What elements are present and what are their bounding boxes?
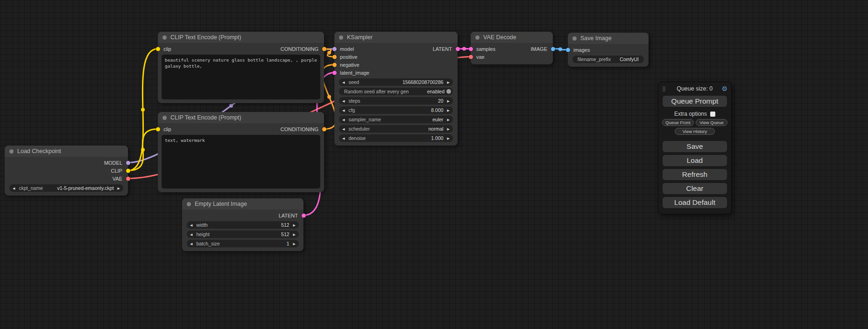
node-load-checkpoint[interactable]: Load Checkpoint MODEL CLIP VAE ◀ ckpt_na… (5, 146, 128, 196)
node-clip-text-encode-positive[interactable]: CLIP Text Encode (Prompt) clip CONDITION… (158, 32, 324, 103)
model-output-dot[interactable] (126, 161, 130, 165)
widget-name: seed (348, 79, 359, 85)
widget-seed-control[interactable]: Random seed after every gen enabled (339, 88, 453, 95)
slot-label: images (573, 47, 590, 53)
node-title-bar[interactable]: Empty Latent Image (182, 198, 303, 210)
clip-input-dot[interactable] (156, 127, 160, 131)
prompt-textarea[interactable]: beautiful scenery nature glass bottle la… (162, 55, 320, 99)
queue-prompt-button[interactable]: Queue Prompt (662, 95, 727, 107)
node-status-dot-icon (162, 116, 167, 120)
slot-row-positive: positive (334, 53, 458, 61)
drag-handle-icon[interactable]: ⣿ (662, 86, 666, 92)
vae-output-dot[interactable] (126, 176, 130, 181)
next-value-arrow-icon[interactable]: ▶ (293, 242, 296, 245)
slot-label: LATENT (433, 46, 452, 52)
widget-denoise[interactable]: ◀ denoise 1.000 ▶ (339, 134, 453, 142)
widget-name: scheduler (348, 126, 370, 132)
conditioning-output-dot[interactable] (322, 47, 326, 51)
prev-value-arrow-icon[interactable]: ◀ (342, 127, 345, 131)
next-value-arrow-icon[interactable]: ▶ (118, 187, 120, 190)
prev-value-arrow-icon[interactable]: ◀ (342, 99, 345, 103)
widget-steps[interactable]: ◀ steps 20 ▶ (339, 97, 453, 105)
prompt-textarea[interactable]: text, watermark (162, 135, 320, 189)
widget-ckpt-name[interactable]: ◀ ckpt_name v1-5-pruned-emaonly.ckpt ▶ (9, 184, 123, 192)
prev-value-arrow-icon[interactable]: ◀ (190, 224, 192, 227)
slot-label: latent_image (340, 70, 369, 76)
prev-value-arrow-icon[interactable]: ◀ (13, 187, 15, 190)
widget-value: euler (432, 117, 443, 122)
toggle-knob-icon[interactable] (446, 89, 451, 94)
negative-input-dot[interactable] (332, 63, 337, 67)
clear-button[interactable]: Clear (662, 182, 727, 195)
view-queue-button[interactable]: View Queue (696, 119, 727, 126)
widget-seed[interactable]: ◀ seed 156680208700286 ▶ (339, 78, 453, 86)
vae-input-dot[interactable] (469, 55, 473, 59)
prev-value-arrow-icon[interactable]: ◀ (190, 233, 192, 236)
widget-value: normal (429, 126, 444, 132)
prev-value-arrow-icon[interactable]: ◀ (342, 118, 345, 121)
slot-label: positive (340, 54, 357, 60)
refresh-button[interactable]: Refresh (662, 168, 727, 181)
node-title-bar[interactable]: KSampler (334, 32, 458, 43)
node-title: Empty Latent Image (195, 201, 247, 207)
queue-front-button[interactable]: Queue Front (662, 119, 694, 126)
prev-value-arrow-icon[interactable]: ◀ (342, 81, 345, 84)
next-value-arrow-icon[interactable]: ▶ (447, 118, 450, 121)
node-clip-text-encode-negative[interactable]: CLIP Text Encode (Prompt) clip CONDITION… (158, 112, 324, 192)
node-graph-canvas[interactable]: Load Checkpoint MODEL CLIP VAE ◀ ckpt_na… (0, 0, 868, 329)
widget-cfg[interactable]: ◀ cfg 8.000 ▶ (339, 106, 453, 114)
widget-height[interactable]: ◀ height 512 ▶ (187, 231, 299, 238)
save-button[interactable]: Save (662, 140, 727, 153)
view-history-button[interactable]: View History (675, 128, 715, 135)
node-title-bar[interactable]: CLIP Text Encode (Prompt) (158, 32, 324, 43)
queue-buttons-row: Queue Front View Queue (662, 119, 727, 126)
next-value-arrow-icon[interactable]: ▶ (447, 109, 450, 112)
next-value-arrow-icon[interactable]: ▶ (447, 127, 450, 131)
samples-input-dot[interactable] (469, 47, 473, 51)
latent-output-dot[interactable] (456, 47, 460, 51)
next-value-arrow-icon[interactable]: ▶ (447, 137, 450, 140)
node-title-bar[interactable]: Save Image (568, 33, 649, 44)
settings-gear-icon[interactable]: ⚙ (721, 85, 727, 92)
node-title-bar[interactable]: Load Checkpoint (5, 146, 128, 157)
load-button[interactable]: Load (662, 154, 727, 167)
node-ksampler[interactable]: KSampler model LATENT positive negative … (334, 32, 458, 146)
node-save-image[interactable]: Save Image images filename_prefix ComfyU… (568, 33, 649, 67)
slot-label: vae (476, 54, 485, 60)
widget-name: height (196, 231, 210, 237)
node-empty-latent-image[interactable]: Empty Latent Image LATENT ◀ width 512 ▶ … (182, 198, 303, 251)
slot-label: clip (163, 126, 171, 132)
latent-output-dot[interactable] (302, 213, 306, 217)
node-title: Load Checkpoint (17, 148, 61, 154)
next-value-arrow-icon[interactable]: ▶ (293, 224, 296, 227)
model-input-dot[interactable] (332, 47, 337, 51)
prev-value-arrow-icon[interactable]: ◀ (342, 137, 345, 140)
conditioning-output-dot[interactable] (322, 127, 326, 131)
widget-value: 1 (287, 241, 289, 246)
image-output-dot[interactable] (551, 47, 555, 51)
next-value-arrow-icon[interactable]: ▶ (293, 233, 296, 236)
link-clip-negative (128, 129, 158, 171)
latent-image-input-dot[interactable] (332, 70, 337, 75)
next-value-arrow-icon[interactable]: ▶ (447, 81, 450, 84)
load-default-button[interactable]: Load Default (662, 196, 727, 209)
node-status-dot-icon (162, 35, 167, 40)
widget-batch-size[interactable]: ◀ batch_size 1 ▶ (187, 240, 299, 247)
node-title-bar[interactable]: VAE Decode (471, 32, 553, 43)
next-value-arrow-icon[interactable]: ▶ (447, 99, 450, 103)
widget-filename-prefix[interactable]: filename_prefix ComfyUI (572, 56, 644, 63)
positive-input-dot[interactable] (332, 55, 337, 59)
extra-options-checkbox[interactable] (710, 112, 715, 117)
clip-input-dot[interactable] (156, 47, 160, 51)
node-vae-decode[interactable]: VAE Decode samples IMAGE vae (471, 32, 553, 64)
extra-options-label: Extra options (674, 111, 707, 117)
widget-sampler-name[interactable]: ◀ sampler_name euler ▶ (339, 116, 453, 123)
prev-value-arrow-icon[interactable]: ◀ (190, 242, 192, 245)
widget-scheduler[interactable]: ◀ scheduler normal ▶ (339, 125, 453, 133)
prev-value-arrow-icon[interactable]: ◀ (342, 109, 345, 112)
output-slot-model: MODEL (5, 159, 128, 167)
clip-output-dot[interactable] (126, 168, 130, 173)
node-title-bar[interactable]: CLIP Text Encode (Prompt) (158, 112, 324, 123)
images-input-dot[interactable] (566, 48, 570, 52)
widget-width[interactable]: ◀ width 512 ▶ (187, 221, 299, 229)
